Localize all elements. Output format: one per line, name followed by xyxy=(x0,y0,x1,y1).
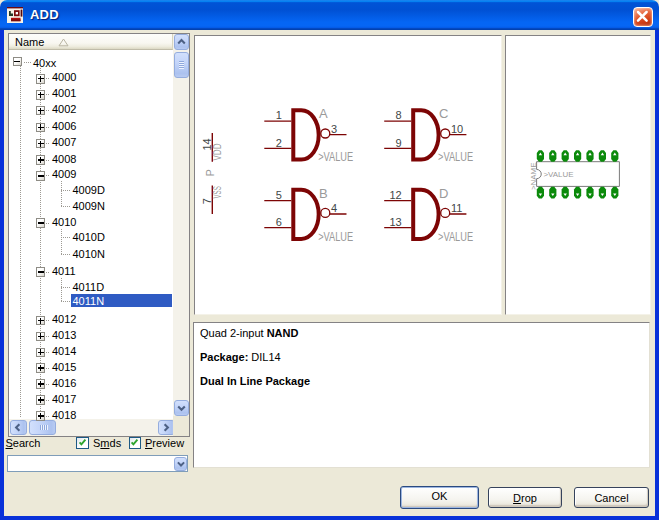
svg-text:13: 13 xyxy=(389,216,401,228)
svg-text:1: 1 xyxy=(276,110,282,122)
svg-text:VSS: VSS xyxy=(212,186,223,198)
svg-text:2: 2 xyxy=(276,137,282,149)
svg-text:4: 4 xyxy=(331,202,337,214)
svg-text:C: C xyxy=(439,106,448,121)
svg-text:>VALUE: >VALUE xyxy=(438,229,473,244)
svg-text:6: 6 xyxy=(276,216,282,228)
svg-text:14: 14 xyxy=(201,138,213,150)
svg-text:9: 9 xyxy=(396,137,402,149)
svg-text:11: 11 xyxy=(451,202,462,214)
svg-text:>VALUE: >VALUE xyxy=(318,150,353,165)
svg-text:10: 10 xyxy=(451,123,463,135)
svg-text:5: 5 xyxy=(276,189,282,201)
svg-text:>VALUE: >VALUE xyxy=(544,170,574,179)
svg-text:B: B xyxy=(319,186,328,201)
svg-text:7: 7 xyxy=(201,198,213,204)
svg-text:P: P xyxy=(204,169,216,176)
svg-text:VDD: VDD xyxy=(212,144,223,161)
svg-text:8: 8 xyxy=(396,110,402,122)
svg-text:>VALUE: >VALUE xyxy=(318,229,353,244)
svg-text:A: A xyxy=(319,106,328,121)
svg-text:>NAME: >NAME xyxy=(529,163,538,191)
svg-text:>VALUE: >VALUE xyxy=(438,150,473,165)
svg-text:D: D xyxy=(439,186,448,201)
svg-text:3: 3 xyxy=(331,123,337,135)
svg-text:12: 12 xyxy=(389,189,401,201)
